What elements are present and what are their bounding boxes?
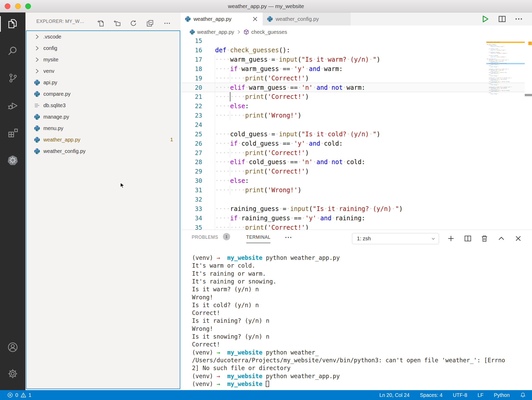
file-tree-item-mysite[interactable]: mysite xyxy=(26,54,180,65)
extensions-icon[interactable] xyxy=(7,127,18,139)
code-line-34[interactable]: 34····if·raining_guess·==·'y'·and·rainin… xyxy=(181,214,526,223)
scrollbar-match-marker xyxy=(528,42,532,45)
code-line-20[interactable]: 20····elif·warm_guess·==·'n'·and·not·war… xyxy=(181,83,526,92)
problems-status[interactable]: 0 1 xyxy=(0,392,31,398)
code-line-29[interactable]: 29········print('Correct!') xyxy=(181,167,526,176)
file-tree-item-manage.py[interactable]: manage.py xyxy=(26,111,180,122)
search-icon[interactable] xyxy=(7,45,18,57)
tab-terminal[interactable]: TERMINAL xyxy=(246,235,270,243)
file-tree-item-weather_config.py[interactable]: weather_config.py xyxy=(26,145,180,157)
scrollbar-position-marker xyxy=(525,94,532,96)
code-line-18[interactable]: 18····if·warm_guess·==·'y'·and·warm: xyxy=(181,64,526,74)
code-line-33[interactable]: 33····raining_guess·=·input("Is·it·raini… xyxy=(181,204,526,214)
terminal-line: Correct! xyxy=(192,340,220,349)
problems-badge: 1 xyxy=(170,137,173,143)
code-line-25[interactable]: 25····cold_guess·=·input("Is·it·cold?·(y… xyxy=(181,130,526,139)
source-control-icon[interactable] xyxy=(7,72,18,84)
new-terminal-icon[interactable] xyxy=(447,235,455,242)
kubernetes-icon[interactable] xyxy=(7,154,18,166)
minimap-code: from weather_config import * def print_c… xyxy=(487,42,512,94)
language-mode[interactable]: Python xyxy=(494,392,510,398)
close-tab-icon[interactable] xyxy=(252,16,258,22)
terminal-shell-value: 1: zsh xyxy=(357,236,371,241)
zoom-window-button[interactable] xyxy=(25,3,31,9)
eol-sequence[interactable]: LF xyxy=(478,392,484,398)
kill-terminal-icon[interactable] xyxy=(481,235,488,242)
tab-weather-app[interactable]: weather_app.py xyxy=(181,12,263,25)
symbol-cube-icon xyxy=(243,29,249,35)
code-line-16[interactable]: 16def·check_guesses(): xyxy=(181,46,526,55)
terminal-line: (venv) → my_website xyxy=(192,380,269,388)
tab-weather-config[interactable]: weather_config.py xyxy=(263,12,350,25)
terminal-shell-select[interactable]: 1: zsh xyxy=(352,233,439,244)
run-python-file-icon[interactable] xyxy=(481,15,489,23)
cursor-position[interactable]: Ln 20, Col 24 xyxy=(380,392,410,398)
python-file-icon xyxy=(185,16,191,22)
maximize-panel-icon[interactable] xyxy=(497,235,505,242)
code-line-19[interactable]: 19········print('Correct!') xyxy=(181,74,526,83)
python-file-icon xyxy=(189,29,195,35)
code-line-24[interactable]: 24 xyxy=(181,120,526,130)
terminal-line: (venv) → my_website python weather_ xyxy=(192,349,319,357)
file-icon xyxy=(34,102,40,109)
file-tree-item-venv[interactable]: venv xyxy=(26,65,180,77)
collapse-folders-icon[interactable] xyxy=(147,20,154,27)
code-line-17[interactable]: 17····warm_guess·=·input("Is·it·warm?·(y… xyxy=(181,55,526,64)
code-line-26[interactable]: 26····if·cold_guess·==·'y'·and·cold: xyxy=(181,139,526,148)
breadcrumb-file[interactable]: weather_app.py xyxy=(189,29,234,35)
terminal-line: Is it snowing? (y/n) n xyxy=(192,333,269,341)
file-tree-item-.vscode[interactable]: .vscode xyxy=(26,31,180,42)
code-line-32[interactable]: 32 xyxy=(181,195,526,204)
file-tree-item-api.py[interactable]: api.py xyxy=(26,77,180,88)
close-panel-icon[interactable] xyxy=(514,235,522,242)
file-name: .vscode xyxy=(43,34,61,40)
code-line-21[interactable]: 21········print('Correct!') xyxy=(181,92,526,101)
file-name: menu.py xyxy=(43,125,63,131)
file-tree-item-menu.py[interactable]: menu.py xyxy=(26,122,180,134)
code-line-22[interactable]: 22····else: xyxy=(181,101,526,111)
settings-gear-icon[interactable] xyxy=(7,368,18,379)
new-file-icon[interactable] xyxy=(97,20,104,27)
files-icon[interactable] xyxy=(7,18,18,29)
code-line-15[interactable]: 15 xyxy=(181,38,526,46)
indentation[interactable]: Spaces: 4 xyxy=(420,392,443,398)
split-editor-icon[interactable] xyxy=(498,15,506,23)
refresh-explorer-icon[interactable] xyxy=(130,20,137,27)
file-name: weather_app.py xyxy=(43,137,80,143)
python-file-icon xyxy=(34,79,40,86)
explorer-more-actions-icon[interactable] xyxy=(164,20,171,27)
chevron-right-icon xyxy=(236,29,241,35)
close-window-button[interactable] xyxy=(5,3,10,9)
code-line-35[interactable]: 35········print('Correct!') xyxy=(181,223,526,230)
tab-problems[interactable]: PROBLEMS xyxy=(192,235,218,240)
code-line-27[interactable]: 27········print('Correct!') xyxy=(181,148,526,158)
code-line-23[interactable]: 23········print('Wrong!') xyxy=(181,111,526,120)
minimap[interactable]: from weather_config import * def print_c… xyxy=(486,38,525,230)
code-line-28[interactable]: 28····elif·cold_guess·==·'n'·and·not·col… xyxy=(181,157,526,167)
notifications-bell-icon[interactable] xyxy=(520,392,526,398)
bottom-panel: PROBLEMS 1 TERMINAL 1: zsh (venv) → my_w… xyxy=(181,230,532,390)
breadcrumb-symbol[interactable]: check_guesses xyxy=(243,29,287,35)
activity-bar xyxy=(0,12,25,390)
file-name: weather_config.py xyxy=(43,148,85,154)
editor-scrollbar[interactable] xyxy=(525,38,532,230)
editor-more-actions-icon[interactable] xyxy=(515,15,523,23)
folder-chevron-icon xyxy=(34,56,40,63)
file-tree-item-compare.py[interactable]: compare.py xyxy=(26,88,180,100)
account-icon[interactable] xyxy=(7,341,18,353)
file-tree-item-config[interactable]: config xyxy=(26,42,180,54)
file-tree-item-db.sqlite3[interactable]: db.sqlite3 xyxy=(26,100,180,111)
terminal-line: Wrong! xyxy=(192,293,213,301)
file-tree-item-weather_app.py[interactable]: weather_app.py1 xyxy=(26,134,180,145)
code-editor[interactable]: 1516def·check_guesses():17····warm_guess… xyxy=(181,38,532,230)
split-terminal-icon[interactable] xyxy=(464,235,472,242)
explorer-header-title: EXPLORER: MY_W… xyxy=(36,12,84,30)
code-line-31[interactable]: 31········print('Wrong!') xyxy=(181,185,526,195)
code-line-30[interactable]: 30····else: xyxy=(181,176,526,185)
run-debug-icon[interactable] xyxy=(7,100,18,111)
new-folder-icon[interactable] xyxy=(114,20,121,27)
encoding[interactable]: UTF-8 xyxy=(453,392,467,398)
minimize-window-button[interactable] xyxy=(15,3,21,9)
file-name: mysite xyxy=(43,57,58,63)
panel-more-tabs-icon[interactable] xyxy=(284,234,292,241)
